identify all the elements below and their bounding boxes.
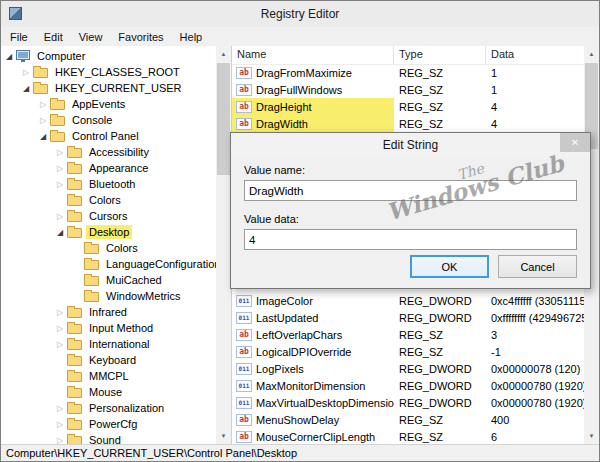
tree-item-accessibility[interactable]: ▷Accessibility [1, 144, 216, 160]
tree-item-muicached[interactable]: MuiCached [1, 272, 216, 288]
scroll-down-icon[interactable]: ▼ [584, 428, 599, 444]
tree-item-appevents[interactable]: ▷AppEvents [1, 96, 216, 112]
value-type-text: REG_DWORD [394, 295, 486, 307]
tree-item-console[interactable]: ▷Console [1, 112, 216, 128]
name-cell: abMenuShowDelay [232, 411, 394, 428]
expander-collapsed-icon[interactable]: ▷ [54, 212, 66, 221]
tree-pane: ◢Computer▷HKEY_CLASSES_ROOT◢HKEY_CURRENT… [1, 46, 232, 444]
menu-edit[interactable]: Edit [36, 29, 71, 45]
tree-item-international[interactable]: ▷International [1, 336, 216, 352]
value-data-text: 4 [486, 101, 584, 113]
expander-collapsed-icon[interactable]: ▷ [54, 148, 66, 157]
expander-collapsed-icon[interactable]: ▷ [54, 420, 66, 429]
value-data-text: 4 [486, 118, 584, 130]
list-row-menushowdelay[interactable]: abMenuShowDelayREG_SZ400 [232, 411, 584, 428]
tree-item-hkey-current-user[interactable]: ◢HKEY_CURRENT_USER [1, 80, 216, 96]
list-row-dragwidth[interactable]: abDragWidthREG_SZ4 [232, 115, 584, 132]
folder-icon [50, 132, 65, 142]
expander-expanded-icon[interactable]: ◢ [37, 132, 49, 141]
expander-collapsed-icon[interactable]: ▷ [54, 404, 66, 413]
tree-item-appearance[interactable]: ▷Appearance [1, 160, 216, 176]
expander-collapsed-icon[interactable]: ▷ [54, 180, 66, 189]
list-row-lastupdated[interactable]: 011LastUpdatedREG_DWORD0xffffffff (42949… [232, 309, 584, 326]
tree-item-infrared[interactable]: ▷Infrared [1, 304, 216, 320]
list-row-dragheight[interactable]: abDragHeightREG_SZ4 [232, 98, 584, 115]
value-type-text: REG_DWORD [394, 363, 486, 375]
list-row-maxmonitordimension[interactable]: 011MaxMonitorDimensionREG_DWORD0x0000078… [232, 377, 584, 394]
tree-item-computer[interactable]: ◢Computer [1, 48, 216, 64]
list-row-logicaldpioverride[interactable]: abLogicalDPIOverrideREG_SZ-1 [232, 343, 584, 360]
menu-view[interactable]: View [71, 29, 111, 45]
value-data-input[interactable] [244, 229, 577, 250]
tree-item-sound[interactable]: ▷Sound [1, 432, 216, 444]
tree-item-powercfg[interactable]: ▷PowerCfg [1, 416, 216, 432]
tree-item-windowmetrics[interactable]: WindowMetrics [1, 288, 216, 304]
tree-item-label: Bluetooth [86, 177, 138, 191]
value-type-text: REG_SZ [394, 414, 486, 426]
tree-item-bluetooth[interactable]: ▷Bluetooth [1, 176, 216, 192]
column-header-name[interactable]: Name [232, 46, 394, 64]
tree-item-hkey-classes-root[interactable]: ▷HKEY_CLASSES_ROOT [1, 64, 216, 80]
tree-item-label: Console [69, 113, 115, 127]
status-bar-path: Computer\HKEY_CURRENT_USER\Control Panel… [6, 447, 297, 459]
expander-expanded-icon[interactable]: ◢ [54, 228, 66, 237]
tree-item-colors[interactable]: Colors [1, 192, 216, 208]
value-type-text: REG_SZ [394, 346, 486, 358]
tree-scrollbar[interactable]: ▲ ▼ [216, 46, 231, 444]
list-row-logpixels[interactable]: 011LogPixelsREG_DWORD0x00000078 (120) [232, 360, 584, 377]
dialog-buttons: OK Cancel [410, 255, 577, 278]
expander-collapsed-icon[interactable]: ▷ [20, 68, 32, 77]
reg-dword-icon: 011 [236, 295, 252, 307]
tree-item-control-panel[interactable]: ◢Control Panel [1, 128, 216, 144]
menu-favorites[interactable]: Favorites [110, 29, 171, 45]
title-bar[interactable]: Registry Editor [1, 1, 599, 27]
dialog-close-icon[interactable]: ✕ [560, 133, 590, 152]
expander-expanded-icon[interactable]: ◢ [20, 84, 32, 93]
registry-tree: ◢Computer▷HKEY_CLASSES_ROOT◢HKEY_CURRENT… [1, 46, 216, 444]
expander-collapsed-icon[interactable]: ▷ [37, 116, 49, 125]
column-header-type[interactable]: Type [394, 46, 486, 64]
tree-scrollbar-thumb[interactable] [217, 63, 230, 175]
value-data-text: 6 [486, 431, 584, 443]
name-cell: abLogicalDPIOverride [232, 343, 394, 360]
list-row-leftoverlapchars[interactable]: abLeftOverlapCharsREG_SZ3 [232, 326, 584, 343]
value-name-text: ImageColor [256, 295, 313, 307]
folder-icon [67, 340, 82, 350]
tree-item-keyboard[interactable]: Keyboard [1, 352, 216, 368]
tree-item-mouse[interactable]: Mouse [1, 384, 216, 400]
expander-collapsed-icon[interactable]: ▷ [54, 324, 66, 333]
list-row-dragfrommaximize[interactable]: abDragFromMaximizeREG_SZ1 [232, 64, 584, 81]
tree-item-mmcpl[interactable]: MMCPL [1, 368, 216, 384]
expander-collapsed-icon[interactable]: ▷ [54, 308, 66, 317]
status-bar: Computer\HKEY_CURRENT_USER\Control Panel… [1, 444, 599, 461]
tree-item-personalization[interactable]: ▷Personalization [1, 400, 216, 416]
expander-collapsed-icon[interactable]: ▷ [37, 100, 49, 109]
scroll-up-icon[interactable]: ▲ [584, 46, 599, 62]
folder-icon [84, 292, 99, 302]
reg-sz-icon: ab [236, 329, 252, 341]
column-header-data[interactable]: Data [486, 46, 584, 64]
list-row-maxvirtualdesktopdimension[interactable]: 011MaxVirtualDesktopDimensionREG_DWORD0x… [232, 394, 584, 411]
ok-button[interactable]: OK [410, 255, 489, 278]
tree-item-colors[interactable]: Colors [1, 240, 216, 256]
tree-item-languageconfiguration[interactable]: LanguageConfiguration [1, 256, 216, 272]
expander-collapsed-icon[interactable]: ▷ [54, 436, 66, 445]
list-row-imagecolor[interactable]: 011ImageColorREG_DWORD0xc4ffffff (330511… [232, 292, 584, 309]
dialog-title-bar[interactable]: Edit String ✕ [231, 133, 590, 158]
expander-expanded-icon[interactable]: ◢ [3, 52, 15, 61]
expander-collapsed-icon[interactable]: ▷ [54, 164, 66, 173]
tree-item-input-method[interactable]: ▷Input Method [1, 320, 216, 336]
value-name-input[interactable] [244, 180, 577, 201]
scroll-down-icon[interactable]: ▼ [216, 428, 231, 444]
menu-help[interactable]: Help [172, 29, 211, 45]
window-title: Registry Editor [1, 1, 599, 27]
expander-collapsed-icon[interactable]: ▷ [54, 340, 66, 349]
list-rows-bottom: 011ImageColorREG_DWORD0xc4ffffff (330511… [232, 292, 584, 444]
list-row-mousecornercliplength[interactable]: abMouseCornerClipLengthREG_SZ6 [232, 428, 584, 444]
cancel-button[interactable]: Cancel [498, 255, 577, 278]
tree-item-desktop[interactable]: ◢Desktop [1, 224, 216, 240]
scroll-up-icon[interactable]: ▲ [216, 46, 231, 62]
menu-file[interactable]: File [2, 29, 36, 45]
list-row-dragfullwindows[interactable]: abDragFullWindowsREG_SZ1 [232, 81, 584, 98]
tree-item-cursors[interactable]: ▷Cursors [1, 208, 216, 224]
